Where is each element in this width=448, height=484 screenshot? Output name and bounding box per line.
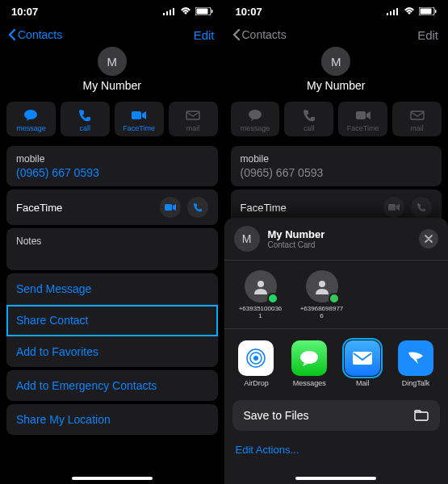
- svg-rect-12: [390, 11, 391, 15]
- video-icon: [131, 110, 147, 121]
- mail-label: mail: [186, 124, 200, 132]
- nav-bar: Contacts Edit: [0, 23, 224, 47]
- message-label: message: [16, 124, 46, 132]
- message-icon: [23, 109, 39, 122]
- suggestion-label: +639351000361: [237, 306, 284, 320]
- facetime-video-button[interactable]: [160, 197, 181, 218]
- phone-right: 10:07 Contacts Edit M My Number message …: [224, 0, 449, 484]
- whatsapp-badge-icon: [267, 293, 278, 304]
- home-indicator[interactable]: [295, 477, 376, 480]
- facetime-card: FaceTime: [6, 190, 218, 225]
- message-icon: [247, 109, 263, 122]
- message-button[interactable]: message: [6, 102, 56, 136]
- svg-point-22: [257, 281, 264, 287]
- facetime-audio-button[interactable]: [187, 197, 208, 218]
- add-favorites-row[interactable]: Add to Favorites: [6, 336, 218, 367]
- mail-app[interactable]: Mail: [341, 340, 383, 387]
- suggestion-item[interactable]: +639351000361: [237, 270, 284, 320]
- phone-left: 10:07 Contacts Edit M My Number message …: [0, 0, 224, 484]
- svg-rect-29: [415, 412, 428, 420]
- video-icon: [388, 203, 400, 211]
- signal-icon: [387, 7, 400, 15]
- edit-button[interactable]: Edit: [194, 28, 215, 42]
- message-label: message: [241, 124, 270, 132]
- svg-rect-2: [170, 10, 171, 15]
- dingtalk-icon: [405, 348, 426, 369]
- save-to-files-row[interactable]: Save to Files: [232, 400, 441, 431]
- add-emergency-row[interactable]: Add to Emergency Contacts: [6, 370, 218, 401]
- phone-icon: [193, 202, 203, 212]
- battery-icon: [195, 7, 213, 15]
- call-button[interactable]: call: [61, 102, 110, 136]
- signal-icon: [163, 7, 176, 15]
- notes-card[interactable]: Notes: [6, 228, 218, 270]
- sheet-header: M My Number Contact Card: [224, 218, 449, 260]
- phone-icon: [417, 202, 426, 212]
- wifi-icon: [404, 7, 415, 15]
- svg-point-18: [249, 110, 262, 119]
- person-icon: [245, 270, 277, 302]
- facetime-card-label: FaceTime: [241, 202, 287, 214]
- call-label: call: [304, 124, 315, 132]
- dingtalk-app[interactable]: DingTalk: [395, 340, 437, 387]
- share-sheet: M My Number Contact Card +639351000361: [224, 218, 449, 484]
- message-button: message: [231, 102, 280, 136]
- messages-app[interactable]: Messages: [288, 340, 330, 387]
- airdrop-app[interactable]: AirDrop: [236, 340, 278, 387]
- mail-icon: [410, 111, 425, 120]
- svg-rect-21: [388, 204, 396, 211]
- svg-rect-6: [211, 10, 213, 13]
- mail-app-label: Mail: [341, 379, 383, 387]
- svg-rect-8: [132, 111, 141, 119]
- contact-name: My Number: [0, 79, 224, 92]
- divider: [224, 260, 449, 261]
- suggestions-row: +639351000361 +639686989776: [224, 267, 449, 328]
- edit-button: Edit: [417, 28, 438, 42]
- call-button: call: [284, 102, 333, 136]
- send-message-row[interactable]: Send Message: [6, 273, 218, 305]
- suggestion-item[interactable]: +639686989776: [299, 270, 345, 320]
- mobile-number: (0965) 667 0593: [241, 166, 433, 179]
- mail-label: mail: [410, 124, 424, 132]
- sheet-subtitle: Contact Card: [268, 240, 325, 249]
- phone-icon: [78, 109, 91, 122]
- svg-rect-10: [165, 204, 172, 211]
- svg-rect-19: [356, 111, 366, 119]
- apps-row: AirDrop Messages Mail DingTalk: [224, 336, 449, 395]
- video-icon: [355, 110, 371, 121]
- svg-rect-3: [173, 8, 174, 15]
- facetime-audio-button: [411, 197, 432, 218]
- svg-rect-14: [396, 8, 398, 15]
- share-location-row[interactable]: Share My Location: [6, 404, 218, 435]
- back-button[interactable]: Contacts: [8, 28, 62, 41]
- call-label: call: [80, 124, 91, 132]
- status-bar: 10:07: [0, 0, 224, 23]
- notes-label: Notes: [16, 236, 208, 247]
- avatar[interactable]: M: [98, 47, 127, 76]
- sheet-title: My Number: [268, 228, 325, 240]
- status-bar: 10:07: [224, 0, 449, 23]
- svg-rect-1: [166, 11, 168, 15]
- nav-bar: Contacts Edit: [224, 23, 449, 47]
- share-contact-row[interactable]: Share Contact: [6, 305, 218, 336]
- svg-rect-16: [421, 9, 432, 15]
- svg-rect-17: [435, 10, 437, 13]
- svg-rect-28: [353, 352, 372, 365]
- close-button[interactable]: [419, 229, 438, 248]
- facetime-button[interactable]: FaceTime: [115, 102, 164, 136]
- facetime-card-label: FaceTime: [16, 202, 62, 214]
- avatar: M: [321, 47, 350, 76]
- chevron-left-icon: [8, 28, 16, 41]
- video-icon: [165, 203, 176, 211]
- sheet-avatar: M: [234, 226, 260, 252]
- facetime-label: FaceTime: [347, 124, 379, 132]
- messages-badge-icon: [329, 293, 340, 304]
- svg-rect-20: [411, 111, 424, 119]
- svg-point-7: [24, 110, 37, 119]
- dingtalk-label: DingTalk: [395, 379, 437, 387]
- battery-icon: [419, 7, 437, 15]
- edit-actions-row[interactable]: Edit Actions...: [224, 436, 449, 456]
- home-indicator[interactable]: [72, 477, 153, 480]
- mobile-card[interactable]: mobile (0965) 667 0593: [6, 146, 218, 186]
- back-label: Contacts: [242, 28, 287, 41]
